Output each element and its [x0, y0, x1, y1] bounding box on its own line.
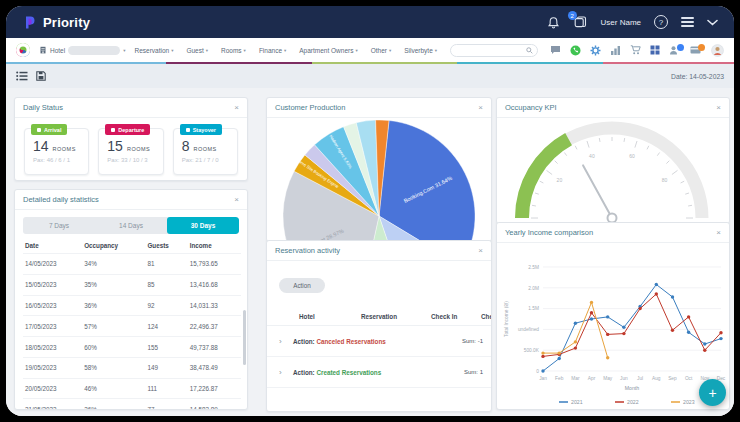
tab-7-days[interactable]: 7 Days	[23, 217, 95, 234]
nav-menu-other[interactable]: Other▾	[371, 47, 392, 54]
action-button[interactable]: Action	[279, 278, 325, 293]
hamburger-menu-icon[interactable]	[681, 17, 694, 27]
avatar[interactable]	[711, 44, 724, 57]
close-icon[interactable]: ×	[234, 196, 239, 204]
list-menu-icon[interactable]	[16, 71, 28, 81]
nav-menu-label: Guest	[186, 47, 203, 54]
data-point	[655, 283, 658, 286]
nav-menu-apartment-owners[interactable]: Apartment Owners▾	[299, 47, 357, 54]
hotel-name-redacted	[68, 46, 120, 55]
nav-menu-rooms[interactable]: Rooms▾	[221, 47, 246, 54]
table-row: 20/05/202346%11117,226.87	[23, 378, 241, 399]
rooms-unit: ROOMS	[53, 146, 76, 152]
stats-bars-icon[interactable]	[610, 45, 621, 55]
nav-menu-guest[interactable]: Guest▾	[186, 47, 208, 54]
close-icon[interactable]: ×	[716, 104, 721, 112]
reservation-row-canceled-reservations[interactable]: ›Action: Canceled ReservationsSum: -1	[267, 326, 491, 357]
data-point	[622, 332, 625, 335]
reservation-row-created-reservations[interactable]: ›Action: Created ReservationsSum: 1	[267, 357, 491, 388]
widget-yearly-income: Yearly Income comparison × 0500.0Kundefi…	[496, 222, 730, 410]
reservation-activity-title: Reservation activity	[275, 246, 340, 255]
apps-grid-icon[interactable]	[650, 45, 660, 55]
gauge-tick-label: 40	[589, 153, 595, 159]
customer-production-pie-chart: Booking.Com 31.64%Agent 28.97%Home Site …	[267, 118, 491, 242]
users-badge-icon[interactable]	[669, 45, 681, 56]
hotel-label: Hotel	[50, 47, 65, 54]
nav-menu-reservation[interactable]: Reservation▾	[134, 47, 173, 54]
data-point	[541, 369, 544, 372]
daily-card-stayover[interactable]: Stayover8ROOMSPax: 21 / 7 / 0	[173, 128, 238, 175]
table-cell: 38,478.49	[188, 357, 241, 378]
detailed-stats-title: Detailed daily statistics	[23, 195, 99, 204]
data-point	[541, 351, 544, 354]
close-icon[interactable]: ×	[234, 104, 239, 112]
search	[450, 44, 538, 57]
data-point	[606, 333, 609, 336]
y-axis-title: Total Income (₪)	[504, 301, 509, 337]
col-header-guests: Guests	[145, 237, 187, 254]
billing-badge-icon[interactable]	[690, 45, 702, 55]
table-row: 15/05/202335%8513,416.68	[23, 274, 241, 295]
status-badge: Arrival	[31, 124, 67, 135]
daily-card-arrival[interactable]: Arrival14ROOMSPax: 46 / 6 / 1	[24, 128, 89, 175]
yearly-income-line-chart: 0500.0Kundefined1.5M2.0M2.5MJanFebMarApr…	[497, 243, 729, 410]
ring-logo-icon[interactable]	[16, 43, 30, 57]
search-input[interactable]	[450, 44, 538, 57]
hotel-selector[interactable]: Hotel ▾	[39, 46, 125, 55]
rooms-count: 14	[33, 138, 49, 154]
cart-icon[interactable]	[630, 45, 641, 55]
copies-pages-icon[interactable]: 2	[573, 15, 588, 29]
help-icon[interactable]: ?	[654, 15, 668, 29]
whatsapp-icon[interactable]	[570, 45, 581, 56]
gauge-tick-label: 20	[557, 177, 563, 183]
user-name[interactable]: User Name	[601, 18, 641, 27]
table-cell: 14,031.33	[188, 295, 241, 316]
notifications-bell-icon[interactable]	[547, 16, 560, 29]
table-cell: 85	[145, 274, 187, 295]
expand-chevron-icon[interactable]: ›	[279, 368, 293, 377]
reservation-rows: ›Action: Canceled ReservationsSum: -1›Ac…	[267, 326, 491, 388]
table-cell: 17,226.87	[188, 378, 241, 399]
x-tick-label: May	[603, 376, 613, 381]
save-icon[interactable]	[36, 71, 46, 81]
y-tick-label: 2.5M	[528, 265, 539, 270]
tab-14-days[interactable]: 14 Days	[95, 217, 167, 234]
occupancy-gauge-chart: 20406080	[497, 118, 729, 224]
caret-down-icon: ▾	[244, 48, 246, 53]
gear-icon[interactable]	[590, 45, 601, 56]
building-icon	[39, 46, 47, 54]
chat-icon[interactable]	[550, 45, 561, 55]
tab-30-days[interactable]: 30 Days	[167, 217, 239, 234]
nav-menu-label: Rooms	[221, 47, 242, 54]
table-cell: 21/05/2023	[23, 399, 82, 410]
caret-down-icon: ▾	[206, 48, 208, 53]
row-sum: Sum: 1	[464, 369, 483, 375]
x-tick-label: Jan	[539, 376, 547, 381]
add-fab-button[interactable]: +	[699, 379, 726, 406]
scrollbar[interactable]	[243, 310, 246, 365]
table-cell: 111	[145, 378, 187, 399]
legend-label-2022: 2022	[627, 399, 639, 405]
data-point	[655, 292, 658, 295]
reservation-table-header: HotelReservationCheck InCheck OutTotal P	[267, 308, 492, 326]
data-point	[703, 342, 706, 345]
brand-name: Priority	[43, 15, 90, 30]
chevron-down-icon[interactable]	[707, 19, 718, 26]
pie-slice-booking-com-31-64-	[379, 121, 475, 243]
close-icon[interactable]: ×	[478, 247, 483, 255]
table-cell: 26%	[82, 399, 145, 410]
close-icon[interactable]: ×	[716, 229, 721, 237]
date-label: Date: 14-05-2023	[671, 73, 724, 80]
col-header-date: Date	[23, 237, 82, 254]
data-point	[574, 322, 577, 325]
table-cell: 15/05/2023	[23, 274, 82, 295]
status-badge: Stayover	[180, 124, 222, 135]
table-row: 14/05/202334%8115,793.65	[23, 254, 241, 275]
table-cell: 60%	[82, 337, 145, 358]
daily-card-departure[interactable]: Departure15ROOMSPax: 33 / 10 / 3	[98, 128, 163, 175]
nav-menu-finance[interactable]: Finance▾	[259, 47, 286, 54]
nav-menu-silverbyte[interactable]: Silverbyte▾	[404, 47, 437, 54]
expand-chevron-icon[interactable]: ›	[279, 337, 293, 346]
nav-menu-label: Reservation	[134, 47, 169, 54]
close-icon[interactable]: ×	[478, 104, 483, 112]
